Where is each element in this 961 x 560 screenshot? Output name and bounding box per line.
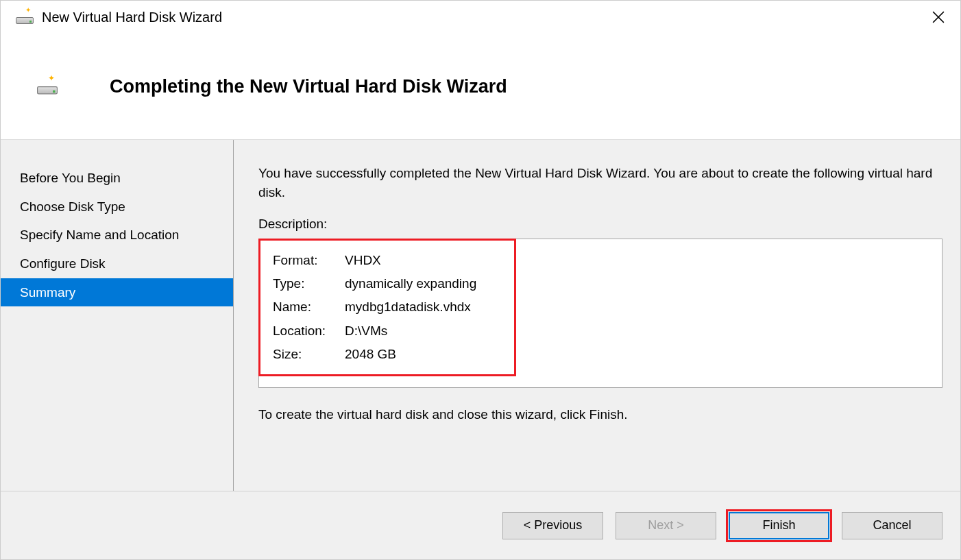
summary-row-name: Name: mydbg1datadisk.vhdx [273,295,476,319]
next-button: Next > [616,512,716,539]
summary-value: mydbg1datadisk.vhdx [345,295,471,319]
summary-key: Location: [273,319,345,343]
instruction-text: To create the virtual hard disk and clos… [258,407,942,422]
description-label: Description: [258,217,942,232]
window-title: New Virtual Hard Disk Wizard [42,10,222,25]
button-bar: < Previous Next > Finish Cancel [1,491,960,559]
main-panel: You have successfully completed the New … [234,140,960,491]
summary-row-size: Size: 2048 GB [273,343,476,366]
step-summary[interactable]: Summary [1,278,233,307]
summary-key: Size: [273,343,345,366]
page-title: Completing the New Virtual Hard Disk Wiz… [110,76,507,97]
wizard-header: ✦ Completing the New Virtual Hard Disk W… [1,34,960,139]
step-choose-disk-type[interactable]: Choose Disk Type [1,193,233,221]
step-configure-disk[interactable]: Configure Disk [1,249,233,278]
summary-key: Format: [273,249,345,272]
summary-value: dynamically expanding [345,272,476,295]
summary-highlight: Format: VHDX Type: dynamically expanding… [258,239,516,376]
disk-wizard-icon: ✦ [37,79,58,95]
finish-button[interactable]: Finish [729,512,829,539]
summary-row-format: Format: VHDX [273,249,476,272]
summary-row-type: Type: dynamically expanding [273,272,476,295]
cancel-button[interactable]: Cancel [842,512,942,539]
wizard-steps-sidebar: Before You Begin Choose Disk Type Specif… [1,140,234,491]
titlebar: ✦ New Virtual Hard Disk Wizard [1,1,960,34]
step-before-you-begin[interactable]: Before You Begin [1,164,233,193]
description-box: Format: VHDX Type: dynamically expanding… [258,239,942,388]
summary-row-location: Location: D:\VMs [273,319,476,343]
summary-value: 2048 GB [345,343,396,366]
summary-key: Name: [273,295,345,319]
close-button[interactable] [925,3,952,31]
intro-text: You have successfully completed the New … [258,164,942,202]
summary-value: D:\VMs [345,319,387,343]
step-specify-name-location[interactable]: Specify Name and Location [1,221,233,249]
close-icon [932,11,945,23]
summary-value: VHDX [345,249,381,272]
content-area: Before You Begin Choose Disk Type Specif… [1,139,960,491]
summary-key: Type: [273,272,345,295]
previous-button[interactable]: < Previous [502,512,603,539]
disk-wizard-icon: ✦ [16,10,34,24]
